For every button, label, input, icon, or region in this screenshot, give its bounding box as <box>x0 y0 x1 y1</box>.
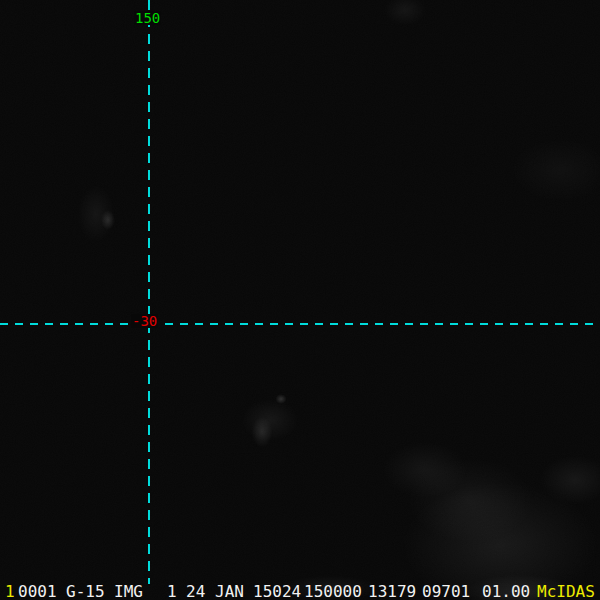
image-grain-layer <box>0 0 600 600</box>
satellite-image-canvas[interactable]: 150 -30 1 0001 G-15 IMG 1 24 JAN 15024 1… <box>0 0 600 600</box>
longitude-label: 150 <box>134 11 161 25</box>
status-annotation-line: 1 0001 G-15 IMG 1 24 JAN 15024 150000 13… <box>0 583 600 600</box>
latitude-gridline <box>0 323 600 325</box>
frame-number: 1 <box>5 584 15 600</box>
month: JAN <box>215 584 244 600</box>
time-hhmmss: 150000 <box>304 584 362 600</box>
magnification: 01.00 <box>482 584 530 600</box>
band-number: 1 <box>167 584 177 600</box>
dataset-position: 0001 <box>18 584 57 600</box>
day-of-month: 24 <box>186 584 205 600</box>
image-line: 13179 <box>368 584 416 600</box>
sensor-id: G-15 <box>66 584 105 600</box>
julian-date: 15024 <box>253 584 301 600</box>
longitude-gridline <box>148 0 150 584</box>
latitude-label: -30 <box>131 314 158 328</box>
image-type: IMG <box>114 584 143 600</box>
mcidas-brand: McIDAS <box>537 584 595 600</box>
cloud-imagery-layer <box>0 0 600 600</box>
image-element: 09701 <box>422 584 470 600</box>
